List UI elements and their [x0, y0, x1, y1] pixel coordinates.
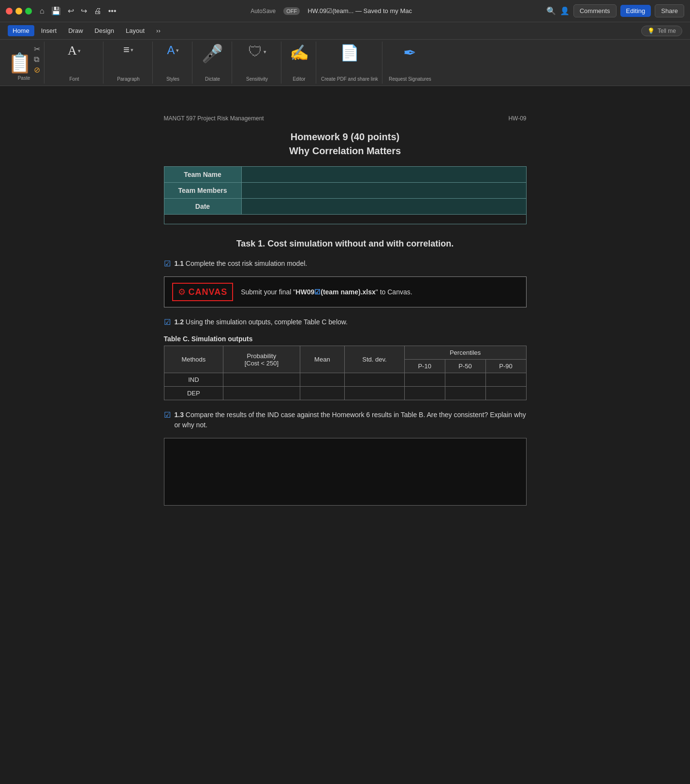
styles-dropdown-icon[interactable]: ▾: [176, 47, 179, 54]
table-c: Methods Probability[Cost < 250] Mean Std…: [164, 346, 527, 400]
menu-item-layout[interactable]: Layout: [121, 25, 149, 36]
sensitivity-icon[interactable]: 🛡: [248, 44, 263, 60]
ind-label: IND: [164, 373, 223, 387]
date-value[interactable]: [241, 199, 526, 215]
team-name-value[interactable]: [241, 167, 526, 183]
item-1-2-num: 1.2: [175, 318, 184, 326]
minimize-button[interactable]: [15, 8, 22, 15]
ribbon-group-dictate: 🎤 Dictate: [193, 42, 232, 84]
mean-header: Mean: [300, 346, 345, 373]
editor-icon[interactable]: ✍: [290, 44, 309, 62]
format-painter-icon[interactable]: ⊘: [34, 65, 40, 74]
font-dropdown-icon[interactable]: ▾: [78, 48, 81, 54]
menu-item-insert[interactable]: Insert: [36, 25, 62, 36]
ind-p10[interactable]: [404, 373, 445, 387]
close-button[interactable]: [6, 8, 13, 15]
document-title: HW.09☑(team... — Saved to my Mac: [308, 7, 412, 15]
paste-icon[interactable]: 📋: [8, 52, 32, 74]
cut-icon[interactable]: ✂: [34, 44, 40, 54]
traffic-lights: [6, 8, 32, 15]
ind-p50[interactable]: [445, 373, 485, 387]
item-1-1: ☑ 1.1 Complete the cost risk simulation …: [164, 259, 527, 269]
document-subtitle: Why Correlation Matters: [164, 145, 527, 157]
autosave-toggle[interactable]: OFF: [283, 7, 300, 15]
item-1-3-num: 1.3: [175, 411, 184, 419]
editing-button[interactable]: Editing: [620, 5, 651, 17]
dep-std[interactable]: [345, 387, 405, 400]
menu-item-home[interactable]: Home: [8, 25, 34, 36]
paragraph-label: Paragraph: [117, 76, 140, 82]
ind-prob[interactable]: [223, 373, 300, 387]
account-icon[interactable]: 👤: [560, 6, 570, 15]
doc-header: MANGT 597 Project Risk Management HW-09: [164, 115, 527, 122]
dep-p90[interactable]: [485, 387, 526, 400]
document-title-main: Homework 9 (40 points): [164, 131, 527, 143]
copy-icon[interactable]: ⧉: [34, 55, 40, 64]
dep-p50[interactable]: [445, 387, 485, 400]
item-1-3: ☑ 1.3 Compare the results of the IND cas…: [164, 410, 527, 430]
ind-std[interactable]: [345, 373, 405, 387]
dep-prob[interactable]: [223, 387, 300, 400]
lightbulb-icon: 💡: [647, 28, 655, 34]
team-name-label: Team Name: [164, 167, 241, 183]
title-bar-right: 🔍 👤 Comments Editing Share: [546, 4, 684, 17]
table-header-row-1: Methods Probability[Cost < 250] Mean Std…: [164, 346, 526, 360]
paste-label: Paste: [18, 75, 30, 81]
item-1-2-text: 1.2 Using the simulation outputs, comple…: [175, 317, 348, 327]
canvas-logo: ⚙ CANVAS: [172, 283, 234, 301]
canvas-dots-icon: ⚙: [178, 287, 186, 297]
team-members-value[interactable]: [241, 183, 526, 199]
canvas-file-checkbox: ☑: [314, 288, 321, 296]
print-icon[interactable]: 🖨: [94, 7, 102, 15]
canvas-instruction: Submit your final "HW09☑(team name).xlsx…: [241, 288, 412, 296]
section-1-3: ☑ 1.3 Compare the results of the IND cas…: [164, 410, 527, 506]
dep-p10[interactable]: [404, 387, 445, 400]
ribbon-group-signatures: ✒ Request Signatures: [383, 42, 437, 84]
checkbox-1-2-icon: ☑: [164, 318, 171, 327]
menu-item-design[interactable]: Design: [90, 25, 119, 36]
styles-icon[interactable]: A: [167, 44, 175, 57]
sensitivity-dropdown-icon[interactable]: ▾: [264, 49, 266, 55]
course-name: MANGT 597 Project Risk Management: [164, 115, 264, 122]
pdf-icon[interactable]: 📄: [340, 44, 359, 62]
title-icons: ⌂ 💾 ↩ ↪ 🖨 •••: [40, 6, 116, 15]
info-table: Team Name Team Members Date: [164, 166, 527, 224]
editor-label: Editor: [293, 76, 305, 82]
redo-icon[interactable]: ↪: [81, 6, 87, 15]
paragraph-icon[interactable]: ≡: [123, 44, 130, 56]
canvas-box: ⚙ CANVAS Submit your final "HW09☑(team n…: [164, 276, 527, 307]
font-A-icon[interactable]: A: [68, 44, 77, 58]
item-1-2: ☑ 1.2 Using the simulation outputs, comp…: [164, 317, 527, 327]
checkbox-1-1-icon: ☑: [164, 259, 171, 268]
ind-p90[interactable]: [485, 373, 526, 387]
probability-header: Probability[Cost < 250]: [223, 346, 300, 373]
more-icon[interactable]: •••: [108, 7, 117, 15]
p90-header: P-90: [485, 360, 526, 373]
percentiles-header: Percentiles: [404, 346, 526, 360]
font-label: Font: [69, 76, 79, 82]
signature-icon[interactable]: ✒: [403, 44, 416, 62]
checkbox-1-3-icon: ☑: [164, 410, 171, 420]
microphone-icon[interactable]: 🎤: [202, 44, 223, 64]
undo-icon[interactable]: ↩: [68, 6, 74, 15]
dep-mean[interactable]: [300, 387, 345, 400]
date-label: Date: [164, 199, 241, 215]
maximize-button[interactable]: [25, 8, 32, 15]
title-bar: ⌂ 💾 ↩ ↪ 🖨 ••• AutoSave OFF HW.09☑(team..…: [0, 0, 690, 22]
ribbon-group-create-pdf: 📄 Create PDF and share link: [317, 42, 382, 84]
search-icon[interactable]: 🔍: [546, 6, 556, 15]
tell-me-box[interactable]: 💡 Tell me: [641, 26, 682, 36]
dictate-label: Dictate: [205, 76, 220, 82]
table-row: Team Members: [164, 183, 526, 199]
comments-button[interactable]: Comments: [573, 4, 617, 17]
title-bar-center: AutoSave OFF HW.09☑(team... — Saved to m…: [120, 7, 542, 15]
ind-mean[interactable]: [300, 373, 345, 387]
menu-item-draw[interactable]: Draw: [63, 25, 88, 36]
sensitivity-label: Sensitivity: [246, 76, 268, 82]
menu-item-more[interactable]: ››: [151, 25, 165, 36]
paragraph-dropdown-icon[interactable]: ▾: [131, 47, 133, 53]
save-icon[interactable]: 💾: [51, 6, 61, 15]
answer-box-1-3[interactable]: [164, 438, 527, 506]
home-icon[interactable]: ⌂: [40, 7, 44, 15]
share-button[interactable]: Share: [655, 4, 684, 17]
